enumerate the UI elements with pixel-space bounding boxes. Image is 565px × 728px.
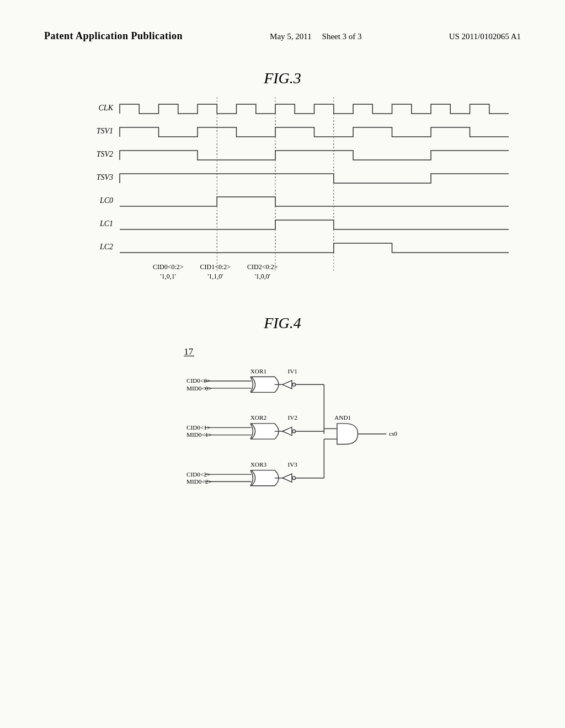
timing-annotations: CID0<0:2> '1,0,1' CID1<0:2> '1,1,0' CID2…: [89, 263, 509, 281]
annotation-cid2-val: '1,0,0': [247, 272, 278, 281]
signal-label-tsv2: TSV2: [89, 150, 120, 159]
xor3-label: XOR3: [250, 461, 267, 468]
annotation-cid2: CID2<0:2> '1,0,0': [247, 263, 278, 281]
header-publication: Patent Application Publication: [44, 30, 183, 42]
xor2-body: [252, 423, 279, 438]
signal-label-lc0: LC0: [89, 196, 120, 205]
fig3-title: FIG.3: [0, 69, 565, 87]
signal-label-clk: CLK: [89, 104, 120, 113]
header: Patent Application Publication May 5, 20…: [0, 0, 565, 53]
iv3-label: IV3: [287, 461, 297, 468]
xor1-body: [252, 377, 279, 392]
header-date-sheet: May 5, 2011 Sheet 3 of 3: [270, 32, 362, 41]
mid0-2-label: MID0<2>: [186, 478, 212, 485]
annotation-cid1: CID1<0:2> '1,1,0': [200, 263, 231, 281]
signal-row-tsv1: TSV1: [89, 121, 509, 141]
iv2-body: [282, 427, 292, 435]
xor3-body: [252, 470, 279, 485]
and1-body: [337, 423, 358, 444]
iv1-bubble: [292, 383, 296, 386]
mid0-1-label: MID0<1>: [186, 431, 212, 438]
header-sheet: Sheet 3 of 3: [322, 32, 362, 41]
iv3-bubble: [292, 476, 296, 479]
cid0-0-label: CID0<0>: [186, 377, 210, 384]
xor2-label: XOR2: [250, 414, 267, 421]
cid0-1-label: CID0<1>: [186, 424, 210, 431]
signal-row-lc2: LC2: [89, 237, 509, 257]
iv1-label: IV1: [287, 367, 297, 374]
annotation-cid0-val: '1,0,1': [153, 272, 184, 281]
timing-diagram: CLK TSV1: [56, 98, 509, 281]
annotation-cid1-val: '1,1,0': [200, 272, 231, 281]
signal-wave-tsv2: [120, 146, 509, 163]
iv2-bubble: [292, 430, 296, 433]
signal-label-tsv1: TSV1: [89, 127, 120, 136]
annotation-cid0-id: CID0<0:2>: [153, 263, 184, 272]
and1-label: AND1: [334, 414, 351, 421]
mid0-0-label: MID0<0>: [186, 384, 212, 391]
fig4-title: FIG.4: [0, 314, 565, 332]
cid0-2-label: CID0<2>: [186, 470, 210, 477]
annotation-cid2-id: CID2<0:2>: [247, 263, 278, 272]
iv1-body: [282, 380, 292, 388]
signal-wave-clk: [120, 100, 509, 116]
xor1-label: XOR1: [250, 367, 266, 374]
signal-row-clk: CLK: [89, 98, 509, 118]
signal-wave-lc0: [120, 192, 509, 209]
logic-diagram: 17 XOR1 IV1 CID0<0> MID0<0>: [117, 343, 448, 522]
signal-label-tsv3: TSV3: [89, 173, 120, 182]
signal-wave-tsv1: [120, 123, 509, 140]
logic-svg: 17 XOR1 IV1 CID0<0> MID0<0>: [117, 343, 448, 520]
page: Patent Application Publication May 5, 20…: [0, 0, 565, 728]
block-label: 17: [184, 346, 193, 356]
signal-label-lc1: LC1: [89, 220, 120, 228]
iv2-label: IV2: [287, 414, 297, 421]
signal-row-lc0: LC0: [89, 191, 509, 211]
signal-row-lc1: LC1: [89, 214, 509, 234]
signal-row-tsv3: TSV3: [89, 168, 509, 188]
signal-row-tsv2: TSV2: [89, 144, 509, 164]
signal-label-lc2: LC2: [89, 243, 120, 251]
header-patent-number: US 2011/0102065 A1: [449, 32, 521, 41]
signal-wave-lc1: [120, 216, 509, 232]
header-date: May 5, 2011: [270, 32, 320, 41]
cs0-label: cs0: [389, 430, 397, 437]
iv3-body: [282, 474, 292, 482]
annotation-cid0: CID0<0:2> '1,0,1': [153, 263, 184, 281]
signal-wave-tsv3: [120, 169, 509, 186]
signal-wave-lc2: [120, 239, 509, 255]
annotation-cid1-id: CID1<0:2>: [200, 263, 231, 272]
